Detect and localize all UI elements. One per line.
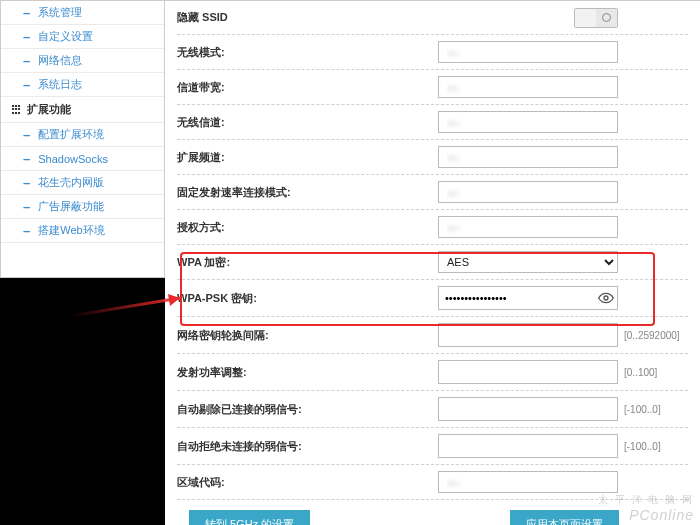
dash-icon: –: [23, 30, 30, 43]
sidebar: –系统管理 –自定义设置 –网络信息 –系统日志 扩展功能 –配置扩展环境 –S…: [0, 0, 165, 278]
switch-5ghz-button[interactable]: 转到 5GHz 的设置: [189, 510, 310, 525]
auto-del-weak-hint: [-100..0]: [618, 404, 688, 415]
hide-ssid-label: 隐藏 SSID: [177, 10, 337, 25]
dash-icon: –: [23, 176, 30, 189]
rekey-interval-input[interactable]: [438, 323, 618, 347]
tx-power-input[interactable]: [438, 360, 618, 384]
ext-channel-select[interactable]: —: [438, 146, 618, 168]
sidebar-item-peanut-shell[interactable]: –花生壳内网版: [1, 171, 164, 195]
wireless-channel-label: 无线信道:: [177, 115, 337, 130]
auth-method-label: 授权方式:: [177, 220, 337, 235]
sidebar-item-config-ext-env[interactable]: –配置扩展环境: [1, 123, 164, 147]
wireless-mode-label: 无线模式:: [177, 45, 337, 60]
auto-reject-weak-label: 自动拒绝未连接的弱信号:: [177, 439, 337, 454]
tx-power-label: 发射功率调整:: [177, 365, 337, 380]
wpa-encrypt-select[interactable]: AES: [438, 251, 618, 273]
auto-del-weak-input[interactable]: [438, 397, 618, 421]
dash-icon: –: [23, 78, 30, 91]
sidebar-item-network-info[interactable]: –网络信息: [1, 49, 164, 73]
auto-reject-weak-input[interactable]: [438, 434, 618, 458]
apply-settings-button[interactable]: 应用本页面设置: [510, 510, 619, 525]
sidebar-item-system-manage[interactable]: –系统管理: [1, 1, 164, 25]
dash-icon: –: [23, 6, 30, 19]
eye-icon[interactable]: [598, 290, 614, 306]
channel-width-label: 信道带宽:: [177, 80, 337, 95]
rekey-interval-label: 网络密钥轮换间隔:: [177, 328, 337, 343]
circle-icon: [602, 13, 611, 22]
wireless-mode-select[interactable]: —: [438, 41, 618, 63]
sidebar-section-extensions[interactable]: 扩展功能: [1, 97, 164, 123]
sidebar-item-shadowsocks[interactable]: –ShadowSocks: [1, 147, 164, 171]
wpa-encrypt-label: WPA 加密:: [177, 255, 337, 270]
hide-ssid-toggle[interactable]: [574, 8, 618, 28]
wireless-channel-select[interactable]: —: [438, 111, 618, 133]
ext-channel-label: 扩展频道:: [177, 150, 337, 165]
region-code-label: 区域代码:: [177, 475, 337, 490]
auto-del-weak-label: 自动剔除已连接的弱信号:: [177, 402, 337, 417]
wpa-psk-input[interactable]: [438, 286, 618, 310]
wpa-psk-label: WPA-PSK 密钥:: [177, 291, 337, 306]
auth-method-select[interactable]: —: [438, 216, 618, 238]
dash-icon: –: [23, 54, 30, 67]
fixed-rate-label: 固定发射速率连接模式:: [177, 185, 337, 200]
region-code-select[interactable]: —: [438, 471, 618, 493]
svg-point-0: [604, 296, 608, 300]
dash-icon: –: [23, 152, 30, 165]
sidebar-item-build-web-env[interactable]: –搭建Web环境: [1, 219, 164, 243]
tx-power-hint: [0..100]: [618, 367, 688, 378]
channel-width-select[interactable]: —: [438, 76, 618, 98]
rekey-interval-hint: [0..2592000]: [618, 330, 688, 341]
main-settings-panel: 隐藏 SSID 无线模式: — 信道带宽: — 无线信道: —: [165, 0, 700, 525]
dash-icon: –: [23, 200, 30, 213]
grid-icon: [11, 105, 21, 115]
fixed-rate-select[interactable]: —: [438, 181, 618, 203]
sidebar-item-custom-settings[interactable]: –自定义设置: [1, 25, 164, 49]
dash-icon: –: [23, 224, 30, 237]
auto-reject-weak-hint: [-100..0]: [618, 441, 688, 452]
background-void: [0, 278, 165, 525]
dash-icon: –: [23, 128, 30, 141]
sidebar-item-adblock[interactable]: –广告屏蔽功能: [1, 195, 164, 219]
sidebar-item-system-log[interactable]: –系统日志: [1, 73, 164, 97]
